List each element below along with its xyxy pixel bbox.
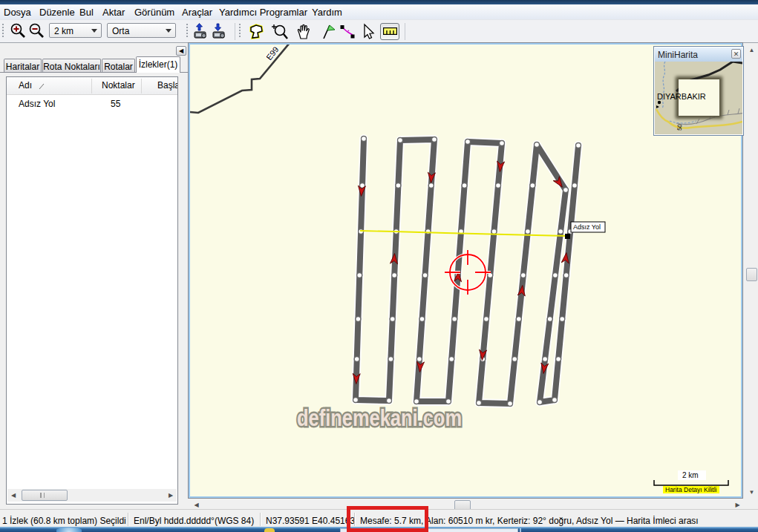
svg-text:definemekani.com: definemekani.com	[297, 404, 462, 431]
svg-text:2 km: 2 km	[682, 471, 699, 479]
svg-text:DIYARBAKIR: DIYARBAKIR	[657, 92, 706, 101]
svg-text:E99: E99	[264, 45, 281, 62]
svg-text:50: 50	[676, 123, 684, 131]
svg-text:Harita Detayı Kilitli: Harita Detayı Kilitli	[665, 486, 717, 493]
svg-text:Adsız Yol: Adsız Yol	[573, 223, 601, 231]
